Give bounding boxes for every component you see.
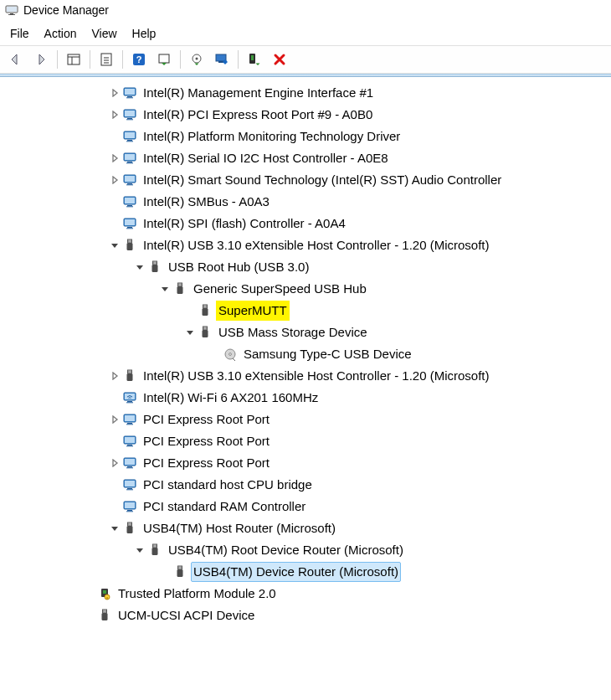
tree-item[interactable]: Intel(R) Serial IO I2C Host Controller -… — [0, 147, 611, 169]
tree-item[interactable]: Intel(R) USB 3.10 eXtensible Host Contro… — [0, 365, 611, 387]
show-hide-console-button[interactable] — [63, 49, 85, 70]
monitor-icon — [122, 85, 137, 100]
tree-item-label: PCI Express Root Port — [141, 409, 272, 430]
expand-icon[interactable] — [109, 459, 121, 467]
monitor-icon — [122, 499, 137, 514]
tree-item[interactable]: Intel(R) Wi-Fi 6 AX201 160MHz — [0, 387, 611, 409]
tree-item-label: Intel(R) SPI (flash) Controller - A0A4 — [141, 214, 348, 234]
update-driver-button[interactable] — [186, 49, 208, 70]
svg-rect-13 — [159, 54, 169, 63]
tree-item-label: Intel(R) SMBus - A0A3 — [141, 192, 272, 213]
enable-device-button[interactable] — [244, 49, 265, 70]
tree-item[interactable]: USB4(TM) Root Device Router (Microsoft) — [0, 539, 611, 561]
uninstall-device-button[interactable] — [269, 49, 290, 70]
scan-hardware-button[interactable] — [153, 49, 175, 70]
usb-icon — [172, 564, 187, 579]
tree-item[interactable]: Intel(R) Management Engine Interface #1 — [0, 82, 611, 104]
expand-icon[interactable] — [109, 154, 121, 162]
tree-item[interactable]: USB4(TM) Device Router (Microsoft) — [0, 561, 611, 583]
tree-item[interactable]: USB Mass Storage Device — [0, 322, 611, 343]
help-button[interactable]: ? — [128, 49, 150, 70]
tree-item-label: Samsung Type-C USB Device — [241, 344, 414, 365]
tree-item[interactable]: PCI standard RAM Controller — [0, 496, 611, 517]
monitor-icon — [122, 477, 137, 492]
tree-item[interactable]: Intel(R) Smart Sound Technology (Intel(R… — [0, 169, 611, 191]
menu-file[interactable]: File — [10, 27, 29, 40]
expand-icon[interactable] — [109, 241, 121, 250]
disable-device-button[interactable] — [211, 49, 233, 70]
tree-item-label: Trusted Platform Module 2.0 — [116, 584, 279, 605]
tree-item-label: USB Root Hub (USB 3.0) — [166, 257, 311, 278]
tree-item[interactable]: PCI Express Root Port — [0, 430, 611, 452]
usb-icon — [122, 238, 137, 253]
tree-item[interactable]: Generic SuperSpeed USB Hub — [0, 278, 611, 300]
expand-icon[interactable] — [134, 263, 146, 271]
monitor-icon — [122, 194, 137, 209]
tree-item[interactable]: PCI Express Root Port — [0, 409, 611, 430]
expand-icon[interactable] — [134, 546, 146, 554]
expand-icon[interactable] — [109, 372, 121, 380]
disk-icon — [223, 347, 238, 362]
usb-icon — [122, 521, 137, 536]
properties-button[interactable] — [95, 49, 117, 70]
monitor-icon — [122, 412, 137, 427]
tree-item-label: PCI standard RAM Controller — [141, 497, 308, 517]
tree-item[interactable]: Intel(R) PCI Express Root Port #9 - A0B0 — [0, 104, 611, 126]
monitor-icon — [122, 216, 137, 231]
menu-action[interactable]: Action — [44, 27, 77, 40]
tree-item[interactable]: USB4(TM) Host Router (Microsoft) — [0, 517, 611, 539]
toolbar-separator — [122, 50, 123, 69]
svg-rect-7 — [101, 54, 111, 65]
tree-item-label: Intel(R) Serial IO I2C Host Controller -… — [141, 148, 391, 169]
svg-rect-2 — [10, 13, 13, 14]
menu-view[interactable]: View — [91, 27, 116, 40]
device-tree: Intel(R) Management Engine Interface #1I… — [0, 77, 611, 643]
toolbar-separator — [180, 50, 181, 69]
expand-icon[interactable] — [109, 524, 121, 533]
title-bar: Device Manager — [0, 0, 611, 23]
tree-item-label: Intel(R) PCI Express Root Port #9 - A0B0 — [141, 105, 375, 126]
usb-icon — [198, 303, 213, 318]
menu-help[interactable]: Help — [132, 27, 157, 40]
usb-icon — [97, 608, 112, 623]
monitor-icon — [122, 151, 137, 166]
toolbar-separator — [90, 50, 90, 69]
tree-item-label: USB Mass Storage Device — [216, 322, 370, 343]
tree-item[interactable]: PCI Express Root Port — [0, 452, 611, 474]
tree-item[interactable]: Intel(R) SPI (flash) Controller - A0A4 — [0, 213, 611, 234]
tree-item-label: SuperMUTT — [216, 301, 290, 322]
app-icon — [5, 3, 18, 17]
tree-item[interactable]: SuperMUTT — [0, 300, 611, 322]
expand-icon[interactable] — [109, 111, 121, 119]
expand-icon[interactable] — [159, 285, 171, 293]
tree-item[interactable]: Intel(R) SMBus - A0A3 — [0, 191, 611, 213]
usb-icon — [147, 543, 162, 558]
tree-item[interactable]: Trusted Platform Module 2.0 — [0, 583, 611, 605]
monitor-icon — [122, 129, 137, 144]
tree-item[interactable]: Intel(R) Platform Monitoring Technology … — [0, 126, 611, 147]
back-button[interactable] — [5, 49, 27, 70]
svg-point-15 — [196, 58, 198, 60]
expand-icon[interactable] — [109, 89, 121, 97]
toolbar-separator — [238, 50, 239, 69]
usb-icon — [198, 325, 213, 340]
toolbar-separator — [57, 50, 58, 69]
tree-item[interactable]: Intel(R) USB 3.10 eXtensible Host Contro… — [0, 234, 611, 256]
svg-text:?: ? — [136, 54, 142, 64]
tree-item-label: Intel(R) Wi-Fi 6 AX201 160MHz — [141, 388, 321, 409]
monitor-icon — [122, 434, 137, 449]
expand-icon[interactable] — [109, 176, 121, 184]
tree-item[interactable]: PCI standard host CPU bridge — [0, 474, 611, 496]
tree-item-label: Intel(R) USB 3.10 eXtensible Host Contro… — [141, 366, 492, 387]
tree-item[interactable]: UCM-UCSI ACPI Device — [0, 605, 611, 626]
tree-item[interactable]: USB Root Hub (USB 3.0) — [0, 256, 611, 278]
forward-button[interactable] — [30, 49, 52, 70]
tree-item-label: Intel(R) Management Engine Interface #1 — [141, 83, 376, 104]
tpm-icon — [97, 586, 112, 601]
tree-item[interactable]: Samsung Type-C USB Device — [0, 343, 611, 365]
tree-item-label: PCI Express Root Port — [141, 453, 272, 474]
monitor-icon — [122, 456, 137, 471]
expand-icon[interactable] — [184, 328, 196, 337]
expand-icon[interactable] — [109, 415, 121, 424]
svg-rect-3 — [8, 14, 15, 15]
